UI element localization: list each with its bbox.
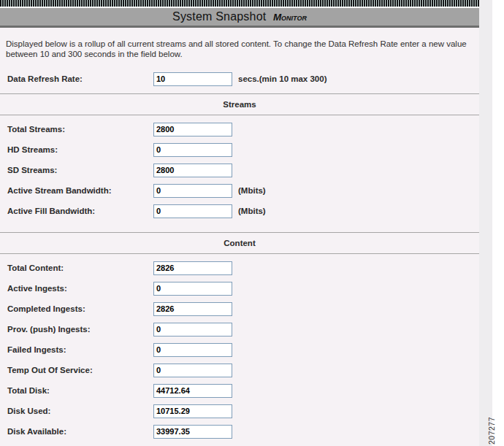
refresh-rate-hint: secs.(min 10 max 300): [238, 74, 327, 83]
section-header-streams: Streams: [0, 93, 479, 115]
prov-push-ingests-label: Prov. (push) Ingests:: [7, 325, 153, 334]
field-row-active-ingests: Active Ingests:: [0, 278, 479, 299]
field-row-total-streams: Total Streams:: [0, 119, 479, 139]
completed-ingests-input[interactable]: [153, 302, 232, 316]
intro-text: Displayed below is a rollup of all curre…: [6, 39, 477, 59]
hd-streams-input[interactable]: [153, 143, 232, 157]
field-row-prov-push-ingests: Prov. (push) Ingests:: [0, 319, 479, 339]
failed-ingests-input[interactable]: [153, 343, 232, 357]
field-row-active-fill-bandwidth: Active Fill Bandwidth: (Mbits): [0, 201, 479, 221]
disk-available-label: Disk Available:: [7, 427, 153, 436]
sd-streams-input[interactable]: [153, 164, 232, 177]
streams-section: Total Streams: HD Streams: SD Streams: A…: [0, 115, 479, 228]
field-row-completed-ingests: Completed Ingests:: [0, 299, 479, 319]
top-stripe-bar: [0, 0, 479, 8]
active-fill-bandwidth-unit: (Mbits): [238, 207, 266, 215]
disk-used-label: Disk Used:: [7, 407, 153, 415]
field-row-total-disk: Total Disk:: [0, 380, 479, 401]
section-header-content-label: Content: [224, 239, 255, 247]
refresh-rate-row: Data Refresh Rate: secs.(min 10 max 300): [0, 69, 479, 89]
refresh-rate-label: Data Refresh Rate:: [7, 74, 153, 83]
temp-out-of-service-input[interactable]: [153, 364, 232, 377]
field-row-active-stream-bandwidth: Active Stream Bandwidth: (Mbits): [0, 180, 479, 201]
field-row-disk-available: Disk Available:: [0, 421, 479, 442]
disk-used-input[interactable]: [153, 404, 232, 418]
title-bar: System Snapshot Monitor: [0, 8, 479, 28]
active-stream-bandwidth-label: Active Stream Bandwidth:: [7, 186, 153, 195]
field-row-temp-out-of-service: Temp Out Of Service:: [0, 360, 479, 380]
failed-ingests-label: Failed Ingests:: [7, 345, 153, 354]
active-ingests-label: Active Ingests:: [7, 284, 153, 293]
field-row-failed-ingests: Failed Ingests:: [0, 339, 479, 360]
active-fill-bandwidth-input[interactable]: [153, 204, 232, 218]
active-stream-bandwidth-input[interactable]: [153, 184, 232, 198]
content-section: Total Content: Active Ingests: Completed…: [0, 254, 479, 446]
right-margin-strip: [479, 0, 492, 446]
hd-streams-label: HD Streams:: [7, 145, 153, 154]
total-disk-input[interactable]: [153, 384, 232, 398]
system-snapshot-page: System Snapshot Monitor Displayed below …: [0, 0, 479, 446]
total-streams-input[interactable]: [153, 123, 232, 137]
total-streams-label: Total Streams:: [7, 125, 153, 134]
completed-ingests-label: Completed Ingests:: [7, 304, 153, 313]
disk-available-input[interactable]: [153, 425, 232, 439]
section-header-content: Content: [0, 232, 479, 254]
active-stream-bandwidth-unit: (Mbits): [238, 186, 266, 195]
field-row-sd-streams: SD Streams:: [0, 160, 479, 180]
active-fill-bandwidth-label: Active Fill Bandwidth:: [7, 207, 153, 215]
refresh-rate-input[interactable]: [153, 72, 232, 86]
page-title: System Snapshot: [172, 10, 266, 23]
section-header-streams-label: Streams: [223, 100, 256, 109]
total-content-input[interactable]: [153, 261, 232, 275]
field-row-total-content: Total Content:: [0, 258, 479, 278]
field-row-disk-used: Disk Used:: [0, 401, 479, 421]
total-content-label: Total Content:: [7, 264, 153, 272]
sd-streams-label: SD Streams:: [7, 166, 153, 174]
total-disk-label: Total Disk:: [7, 386, 153, 395]
prov-push-ingests-input[interactable]: [153, 323, 232, 337]
page-mode-label: Monitor: [273, 12, 307, 23]
active-ingests-input[interactable]: [153, 282, 232, 296]
temp-out-of-service-label: Temp Out Of Service:: [7, 366, 153, 374]
figure-number: 207277: [487, 402, 496, 445]
field-row-hd-streams: HD Streams:: [0, 139, 479, 160]
